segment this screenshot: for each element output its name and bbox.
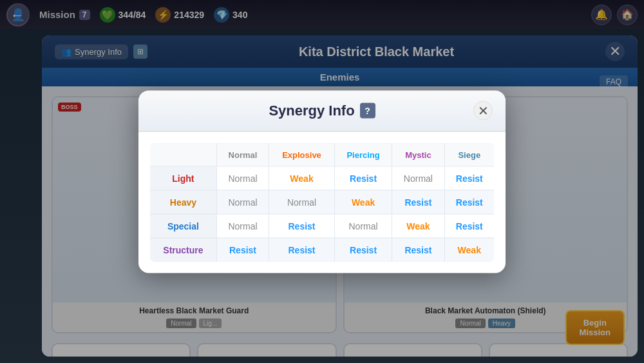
cell-special-mystic: Weak	[392, 214, 444, 238]
synergy-table: Normal Explosive Piercing Mystic Siege L…	[149, 142, 495, 262]
row-label-heavy: Heavy	[149, 190, 216, 214]
cell-special-normal: Normal	[216, 214, 269, 238]
table-row-heavy: Heavy Normal Normal Weak Resist Resist	[149, 190, 495, 214]
col-header-siege: Siege	[444, 142, 495, 166]
table-row-special: Special Normal Resist Normal Weak Resist	[149, 214, 495, 238]
cell-heavy-explosive: Normal	[269, 190, 335, 214]
col-header-explosive: Explosive	[269, 142, 335, 166]
cell-structure-explosive: Resist	[269, 238, 335, 262]
cell-heavy-normal: Normal	[216, 190, 269, 214]
help-icon[interactable]: ?	[360, 103, 375, 118]
cell-special-piercing: Normal	[334, 214, 392, 238]
synergy-dialog-close-button[interactable]: ✕	[473, 101, 493, 120]
cell-light-siege: Resist	[444, 166, 495, 190]
synergy-table-header-row: Normal Explosive Piercing Mystic Siege	[149, 142, 495, 166]
synergy-dialog: Synergy Info ? ✕ Normal Explosive Pierci…	[138, 90, 506, 273]
cell-structure-mystic: Resist	[392, 238, 444, 262]
synergy-table-body: Light Normal Weak Resist Normal Resist H…	[149, 166, 495, 262]
cell-light-explosive: Weak	[269, 166, 335, 190]
cell-heavy-mystic: Resist	[392, 190, 444, 214]
cell-special-siege: Resist	[444, 214, 495, 238]
cell-heavy-siege: Resist	[444, 190, 495, 214]
col-header-mystic: Mystic	[392, 142, 444, 166]
cell-structure-normal: Resist	[216, 238, 269, 262]
cell-light-mystic: Normal	[392, 166, 444, 190]
synergy-table-head: Normal Explosive Piercing Mystic Siege	[149, 142, 495, 166]
cell-structure-piercing: Resist	[334, 238, 392, 262]
cell-heavy-piercing: Weak	[334, 190, 392, 214]
table-row-structure: Structure Resist Resist Resist Resist We…	[149, 238, 495, 262]
col-header-normal: Normal	[216, 142, 269, 166]
synergy-dialog-title: Synergy Info ?	[269, 102, 375, 119]
synergy-dialog-header: Synergy Info ? ✕	[138, 90, 506, 132]
cell-structure-siege: Weak	[444, 238, 495, 262]
col-header-piercing: Piercing	[334, 142, 392, 166]
row-label-structure: Structure	[149, 238, 216, 262]
table-row-light: Light Normal Weak Resist Normal Resist	[149, 166, 495, 190]
col-header-empty	[149, 142, 216, 166]
row-label-light: Light	[149, 166, 216, 190]
cell-special-explosive: Resist	[269, 214, 335, 238]
row-label-special: Special	[149, 214, 216, 238]
synergy-table-wrapper: Normal Explosive Piercing Mystic Siege L…	[138, 132, 506, 273]
cell-light-piercing: Resist	[334, 166, 392, 190]
cell-light-normal: Normal	[216, 166, 269, 190]
